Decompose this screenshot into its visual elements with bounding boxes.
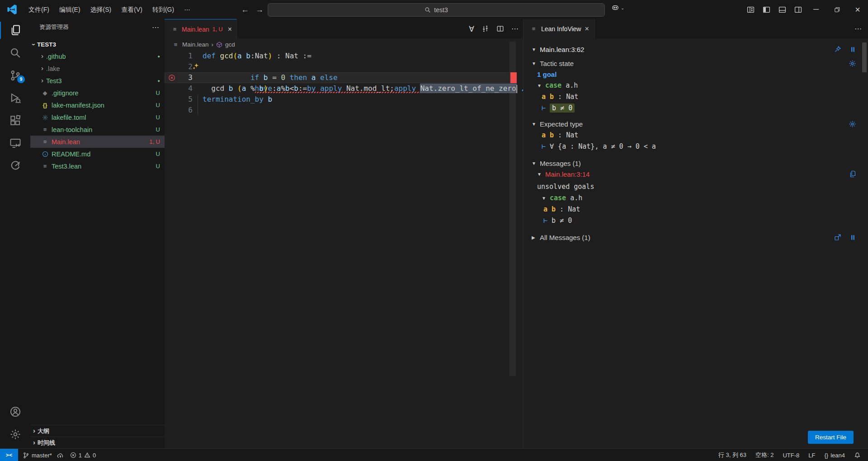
minimize-button[interactable]: ─	[806, 0, 826, 19]
toggle-primary-sidebar-icon[interactable]	[763, 6, 770, 14]
triangle-down-icon[interactable]: ▼	[537, 83, 542, 88]
gear-icon[interactable]	[849, 120, 856, 128]
restore-button[interactable]	[826, 0, 847, 19]
triangle-down-icon[interactable]: ▼	[532, 122, 537, 127]
triangle-down-icon[interactable]: ▼	[542, 196, 547, 201]
code-line-5[interactable]: 5 termination_by b	[165, 94, 517, 105]
pause-icon[interactable]	[849, 46, 856, 53]
copilot-menu[interactable]: ⌄	[611, 4, 624, 12]
language-status[interactable]: {} lean4	[825, 452, 845, 459]
menu-goto[interactable]: 转到(G)	[147, 3, 179, 16]
file-row-lakefile[interactable]: lakefile.toml U	[30, 111, 165, 123]
triangle-down-icon[interactable]: ▼	[532, 47, 537, 52]
nav-forward-icon[interactable]: →	[255, 5, 264, 14]
root-folder-label: TEST3	[37, 41, 56, 48]
split-editor-icon[interactable]	[496, 25, 504, 33]
lean-file-icon: ≡	[41, 126, 49, 133]
code-line-3[interactable]: 3 have:a%b<b:=by apply Nat.mod_lt;apply …	[165, 72, 517, 83]
lean-infoview-toggle-icon[interactable]: ∀	[469, 24, 474, 33]
outline-section[interactable]: › 大纲	[30, 425, 165, 437]
customize-layout-icon[interactable]	[747, 6, 755, 14]
activitybar-source-control[interactable]: 9	[0, 64, 30, 87]
encoding-status[interactable]: UTF-8	[783, 452, 799, 459]
file-row-github[interactable]: › .github ●	[30, 50, 165, 62]
menu-view[interactable]: 查看(V)	[116, 3, 147, 16]
file-row-gitignore[interactable]: ◆ .gitignore U	[30, 87, 165, 99]
file-row-main-lean[interactable]: ≡ Main.lean 1, U	[30, 136, 165, 148]
activitybar-remote-explorer[interactable]	[0, 132, 30, 155]
breadcrumb-file[interactable]: Main.lean	[182, 41, 209, 48]
restart-file-button[interactable]: Restart File	[808, 431, 854, 444]
activitybar-account[interactable]	[0, 400, 30, 423]
infoview-more-icon[interactable]: ⋯	[854, 24, 862, 33]
activitybar-settings[interactable]	[0, 423, 30, 446]
activitybar-run-debug[interactable]	[0, 87, 30, 109]
json-file-icon: {}	[41, 102, 49, 108]
file-row-test3-folder[interactable]: › Test3 ●	[30, 75, 165, 87]
open-changes-icon[interactable]	[481, 25, 489, 33]
command-center-search[interactable]: test3	[268, 3, 605, 17]
menu-selection[interactable]: 选择(S)	[85, 3, 117, 16]
file-row-lake-manifest[interactable]: {} lake-manifest.json U	[30, 99, 165, 111]
code-line-4[interactable]: 4 gcd b (a % b)	[165, 83, 517, 94]
menu-more[interactable]: ⋯	[179, 3, 195, 16]
infoview-scrollbar[interactable]	[862, 42, 867, 72]
timeline-section[interactable]: › 时间线	[30, 437, 165, 448]
file-row-readme[interactable]: README.md U	[30, 148, 165, 160]
toggle-panel-icon[interactable]	[778, 6, 786, 14]
code-line-2[interactable]: 2 if b = 0 then a else	[165, 61, 517, 72]
file-row-lake[interactable]: › .lake	[30, 62, 165, 75]
infoview-position-header[interactable]: Main.lean:3:62	[540, 46, 584, 53]
editor-scrollbar[interactable]	[509, 42, 516, 376]
bell-icon[interactable]	[854, 452, 861, 459]
code-line-6[interactable]: 6	[165, 105, 517, 116]
triangle-down-icon[interactable]: ▼	[532, 161, 537, 166]
branch-status[interactable]: master*	[23, 452, 64, 459]
messages-title[interactable]: Messages (1)	[540, 160, 581, 167]
problems-git-badge: 1, U	[149, 138, 160, 145]
explorer-root-test3[interactable]: › TEST3	[30, 39, 165, 50]
indentation-status[interactable]: 空格: 2	[755, 451, 774, 459]
editor-more-icon[interactable]: ⋯	[511, 24, 519, 33]
menu-edit[interactable]: 编辑(E)	[54, 3, 85, 16]
code-area[interactable]: 1 def gcd(a b:Nat) : Nat := 2 if b = 0 t…	[165, 51, 517, 116]
tab-lean-infoview[interactable]: ≡ Lean InfoView ×	[524, 19, 595, 38]
tactic-state-title[interactable]: Tactic state	[540, 60, 574, 67]
copy-icon[interactable]	[849, 170, 856, 178]
code-line-1[interactable]: 1 def gcd(a b:Nat) : Nat :=	[165, 51, 517, 61]
triangle-right-icon[interactable]: ▶	[532, 235, 537, 240]
triangle-down-icon[interactable]: ▼	[532, 61, 537, 66]
all-messages-title[interactable]: All Messages (1)	[540, 234, 590, 241]
toggle-secondary-sidebar-icon[interactable]	[794, 6, 802, 14]
cursor-position-status[interactable]: 行 3, 列 63	[718, 451, 746, 459]
problems-status[interactable]: 1 0	[70, 452, 96, 459]
nav-back-icon[interactable]: ←	[241, 5, 249, 14]
tab-main-lean[interactable]: ≡ Main.lean 1, U ×	[165, 19, 237, 39]
activitybar-explorer[interactable]	[0, 19, 30, 42]
scm-badge: 9	[17, 75, 25, 83]
menu-file[interactable]: 文件(F)	[24, 3, 54, 16]
file-row-test3-lean[interactable]: ≡ Test3.lean U	[30, 160, 165, 172]
gear-icon[interactable]	[849, 60, 856, 67]
copilot-sparkle-icon[interactable]	[192, 63, 199, 70]
breadcrumb-symbol[interactable]: gcd	[225, 41, 235, 48]
remote-indicator[interactable]: ><	[0, 449, 18, 461]
open-in-editor-icon[interactable]	[834, 234, 841, 241]
eol-status[interactable]: LF	[808, 452, 815, 459]
explorer-more-icon[interactable]: ⋯	[152, 23, 159, 32]
activitybar-search[interactable]	[0, 42, 30, 64]
git-status-badge: U	[156, 126, 160, 133]
expected-type-title[interactable]: Expected type	[540, 120, 583, 128]
sync-cloud-icon[interactable]	[57, 452, 64, 459]
triangle-down-icon[interactable]: ▼	[537, 172, 542, 177]
symbol-cube-icon	[216, 42, 222, 48]
pin-icon[interactable]	[834, 46, 841, 53]
close-icon[interactable]: ×	[228, 25, 232, 33]
activitybar-extensions[interactable]	[0, 109, 30, 132]
close-icon[interactable]: ×	[585, 25, 589, 33]
activitybar-lean[interactable]	[0, 155, 30, 177]
message-location[interactable]: Main.lean:3:14	[545, 170, 590, 178]
close-button[interactable]: ×	[847, 0, 868, 19]
pause-icon[interactable]	[849, 234, 856, 241]
file-row-lean-toolchain[interactable]: ≡ lean-toolchain U	[30, 123, 165, 136]
